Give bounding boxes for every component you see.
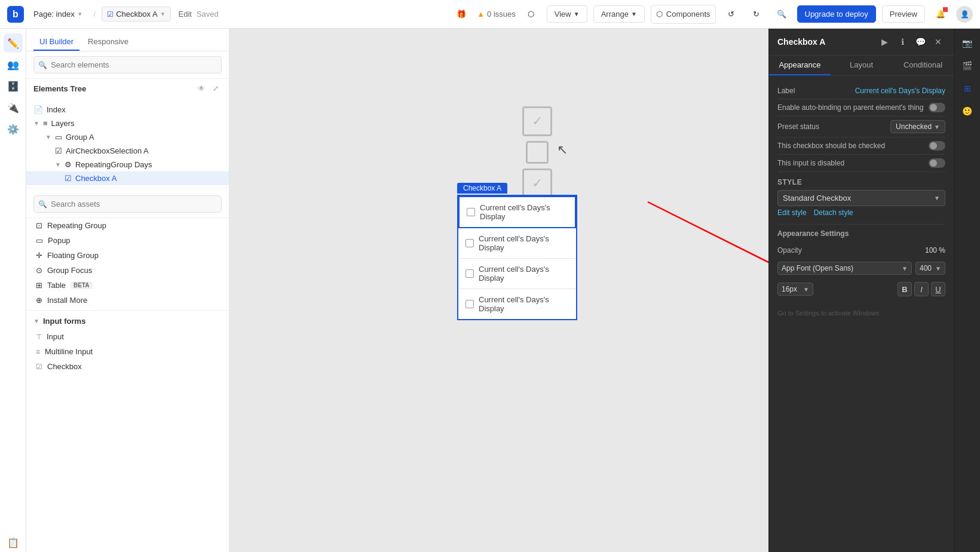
font-size-input[interactable]: 16px ▼ [777, 283, 813, 296]
font-size-value: 16px [782, 285, 797, 293]
issues-indicator[interactable]: ▲ 0 issues [477, 10, 516, 19]
notification-icon[interactable]: 🔔 [931, 5, 950, 24]
components-icon[interactable]: ⬡ Components [651, 5, 716, 24]
right-panel-tabs: Appearance Layout Conditional [769, 56, 954, 76]
layers-label: Layers [51, 119, 222, 128]
label-prop-value[interactable]: Current cell's Days's Display [855, 87, 945, 95]
grid-icon[interactable]: ⊞ [958, 79, 977, 98]
font-select[interactable]: App Font (Open Sans) ▼ [777, 262, 912, 275]
settings-icon[interactable]: ⚙️ [4, 119, 23, 139]
pointer-icon[interactable]: ⬡ [522, 5, 541, 24]
tab-ui-builder[interactable]: UI Builder [33, 33, 79, 51]
input-forms-header[interactable]: ▼ Input forms [26, 313, 229, 329]
gift-icon[interactable]: 🎁 [452, 5, 471, 24]
sidebar-item-input[interactable]: ⊤ Input [26, 329, 229, 344]
font-weight-chevron-icon: ▼ [935, 265, 941, 272]
tree-item-group-a[interactable]: ▼ ▭ Group A [26, 130, 229, 144]
eye-icon[interactable]: 👁 [195, 82, 207, 94]
divider-1 [26, 188, 229, 188]
main-layout: ✏️ 👥 🗄️ 🔌 ⚙️ 📋 UI Builder Responsive 🔍 E… [0, 29, 980, 552]
sidebar-content: 📄 Index ▼ ≡ Layers ▼ ▭ Group A ☑ AirChec… [26, 98, 229, 552]
canvas-checkbox-1 [466, 239, 474, 247]
index-label: Index [47, 105, 222, 114]
preview-button[interactable]: Preview [882, 5, 925, 23]
detach-style-link[interactable]: Detach style [814, 208, 853, 217]
element-selector[interactable]: ☑ Checkbox A ▼ [102, 7, 171, 22]
logs-icon[interactable]: 📋 [4, 533, 23, 552]
arrange-chevron-icon: ▼ [631, 11, 637, 17]
tree-item-layers[interactable]: ▼ ≡ Layers [26, 116, 229, 130]
sidebar-item-repeating-group[interactable]: ⊡ Repeating Group [26, 218, 229, 233]
app-logo[interactable]: b [7, 6, 24, 23]
element-dropdown-icon: ▼ [160, 11, 166, 17]
redo-icon[interactable]: ↻ [747, 5, 766, 24]
elements-tree-actions: 👁 ⤢ [195, 82, 222, 94]
tree-item-repeatinggroup[interactable]: ▼ ⚙ RepeatingGroup Days [26, 158, 229, 171]
film-icon[interactable]: 🎬 [958, 56, 977, 75]
font-chevron-icon: ▼ [902, 265, 908, 272]
sidebar-item-group-focus[interactable]: ⊙ Group Focus [26, 263, 229, 278]
info-icon[interactable]: ℹ [895, 35, 909, 49]
style-selector[interactable]: Standard Checkbox ▼ [777, 190, 945, 206]
element-badge-label: Checkbox A [463, 184, 501, 192]
font-label: App Font (Open Sans) [782, 264, 853, 272]
tab-responsive[interactable]: Responsive [82, 33, 134, 51]
tab-layout[interactable]: Layout [831, 56, 892, 75]
search-wrap: 🔍 [33, 56, 222, 73]
sidebar-item-popup[interactable]: ▭ Popup [26, 233, 229, 248]
font-weight[interactable]: 400 ▼ [915, 262, 945, 275]
camera-icon[interactable]: 📷 [958, 33, 977, 53]
sidebar-item-checkbox[interactable]: ☑ Checkbox [26, 359, 229, 374]
icon-bar: ✏️ 👥 🗄️ 🔌 ⚙️ 📋 [0, 29, 26, 552]
popup-label: Popup [48, 236, 71, 245]
issues-warning-icon: ▲ [477, 10, 485, 19]
sidebar-item-multiline-input[interactable]: ≡ Multiline Input [26, 344, 229, 359]
users-icon[interactable]: 👥 [4, 55, 23, 74]
avatar[interactable]: 👤 [956, 6, 973, 23]
layers-icon: ≡ [43, 119, 48, 128]
close-icon[interactable]: ✕ [931, 35, 945, 49]
sidebar-item-table[interactable]: ⊞ Table BETA [26, 278, 229, 293]
expand-icon[interactable]: ⤢ [210, 82, 222, 94]
tree-item-checkbox-a[interactable]: ☑ Checkbox A [26, 171, 229, 185]
smiley-icon[interactable]: 🙂 [958, 102, 977, 121]
view-button[interactable]: View ▼ [547, 5, 587, 23]
checked-toggle-dot [930, 142, 937, 149]
checked-toggle[interactable] [929, 141, 945, 151]
input-forms-title: ▼ Input forms [33, 317, 85, 326]
search-icon[interactable]: 🔍 [772, 5, 791, 24]
tab-appearance[interactable]: Appearance [769, 56, 831, 75]
edit-style-link[interactable]: Edit style [777, 208, 807, 217]
disabled-toggle[interactable] [929, 158, 945, 168]
play-icon[interactable]: ▶ [877, 35, 892, 49]
cursor-icon: ↖ [557, 142, 568, 158]
sidebar-item-floating-group[interactable]: ✛ Floating Group [26, 248, 229, 263]
search-assets-input[interactable] [33, 195, 222, 213]
style-section: Style Standard Checkbox ▼ Edit style Det… [777, 178, 945, 217]
topbar: b Page: index ▼ / ☑ Checkbox A ▼ Edit Sa… [0, 0, 980, 29]
autobind-toggle[interactable] [929, 103, 945, 112]
canvas-row-text-0: Current cell's Days's Display [480, 203, 568, 221]
page-selector[interactable]: Page: index ▼ [29, 7, 88, 21]
upgrade-button[interactable]: Upgrade to deploy [797, 5, 876, 23]
opacity-value[interactable]: 100 % [925, 246, 945, 254]
preset-select[interactable]: Unchecked ▼ [890, 120, 945, 133]
tree-item-aircheckbox[interactable]: ☑ AirCheckboxSelection A [26, 144, 229, 158]
underline-button[interactable]: U [931, 282, 945, 296]
arrange-button[interactable]: Arrange ▼ [593, 5, 645, 23]
ui-builder-icon[interactable]: ✏️ [4, 33, 23, 53]
tab-conditional[interactable]: Conditional [892, 56, 954, 75]
elements-tree-header[interactable]: Elements Tree 👁 ⤢ [26, 79, 229, 98]
bold-button[interactable]: B [898, 282, 912, 296]
svg-line-0 [648, 202, 768, 286]
undo-icon[interactable]: ↺ [722, 5, 741, 24]
comment-icon[interactable]: 💬 [913, 35, 927, 49]
layers-arrow: ▼ [33, 120, 39, 127]
search-elements-input[interactable] [33, 56, 222, 73]
components-label: Components [666, 10, 710, 19]
data-icon[interactable]: 🗄️ [4, 76, 23, 96]
sidebar-item-install-more[interactable]: ⊕ Install More [26, 293, 229, 308]
tree-item-index[interactable]: 📄 Index [26, 103, 229, 116]
italic-button[interactable]: I [914, 282, 929, 296]
plugins-icon[interactable]: 🔌 [4, 98, 23, 117]
